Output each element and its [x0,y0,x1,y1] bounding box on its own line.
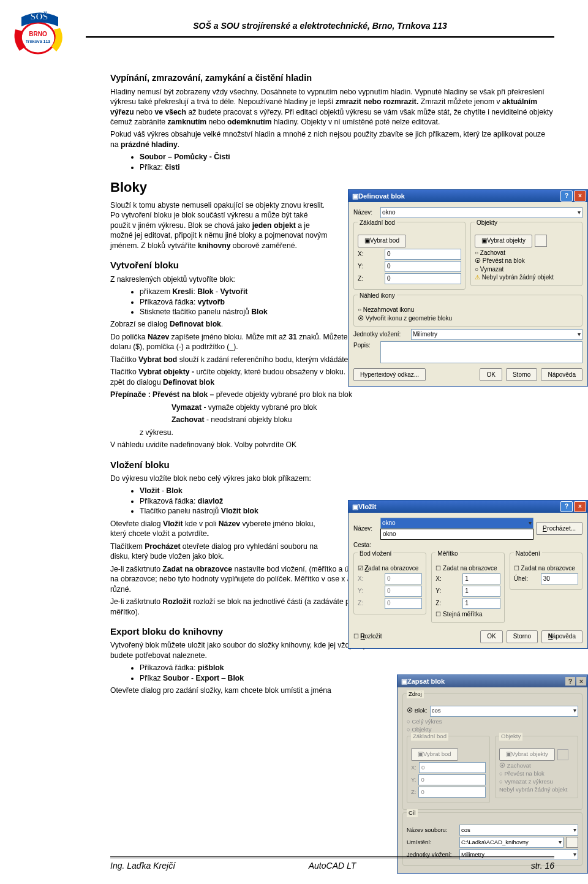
list-item: Příkaz Soubor - Export – Blok [140,673,380,683]
x-input[interactable]: 0 [385,249,461,260]
label: Cesta: [353,541,371,550]
dialog-title: Definovat blok [358,192,405,201]
bullet-list: Soubor – Pomůcky - Čisti Příkaz: čisti [110,152,554,172]
list-item: Tlačítko panelu nástrojů Vložit blok [140,506,328,516]
header-school-title: SOŠ a SOU strojírenské a elektrotechnick… [86,20,554,34]
ok-button[interactable]: OK [480,630,502,643]
footer-author: Ing. Laďka Krejčí [110,860,258,872]
warning-text: Nebyl vybrán žádný objekt [475,273,578,282]
paragraph: Pokud váš výkres obsahuje velké množství… [110,129,554,149]
y-input[interactable]: 0 [385,261,461,272]
paragraph: Otevřete dialog pro zadání složky, kam c… [110,686,380,695]
close-icon[interactable]: × [576,677,586,686]
dialog-titlebar: ▣ Zapsat blok ? × [398,675,587,687]
label: Popis: [353,341,378,350]
angle-input[interactable]: 30 [541,573,578,584]
dialog-icon: ▣ [352,502,358,512]
bullet-list: příkazem Kresli: Blok - Vytvořit Příkazo… [110,287,328,317]
check-explode[interactable]: RRozložit [353,632,382,641]
svg-text:BRNO: BRNO [29,31,47,37]
paragraph: Tlačítkem Procházet otevřete dialog pro … [110,542,328,562]
filename-select[interactable]: cos [459,825,578,836]
radio-keep[interactable]: Zachovat [475,249,578,257]
paragraph: Z nakreslených objektů vytvoříte blok: [110,274,328,284]
block-select[interactable]: cos [430,706,578,717]
list-item: Stisknete tlačítko panelu nástrojů Blok [140,307,328,317]
section-title-vytvoreni: Vytvoření bloku [110,259,328,271]
pick-point-button: ▣ Vybrat bod [411,748,458,761]
help-button[interactable]: Nápověda [541,368,582,381]
check-onscreen-1[interactable]: ZZadat na obrazovce [358,564,422,573]
radio-delete[interactable]: Vymazat [475,265,578,274]
paragraph: Přepínače : Převést na blok – převede ob… [110,390,554,399]
page-footer: Ing. Laďka Krejčí AutoCAD LT str. 16 [110,856,554,872]
dialog-icon: ▣ [352,192,358,201]
scale-y-input[interactable]: 1 [462,586,500,597]
paragraph: z výkresu. [110,428,554,437]
dialog-icon: ▣ [401,677,407,686]
section-title-export: Export bloku do knihovny [110,625,380,638]
pick-point-button[interactable]: ▣ Vybrat bod [358,235,406,247]
check-onscreen-2[interactable]: Zadat na obrazovce [435,564,500,573]
radio-whole[interactable]: Celý výkres [407,718,578,726]
paragraph: Otevřete dialog Vložit kde v poli Název … [110,519,328,539]
paragraph: Slouží k tomu abyste nemuseli opakující … [110,200,328,251]
cancel-button[interactable]: Storno [507,630,538,643]
radio-create-icon[interactable]: Vytvořit ikonu z geometrie bloku [358,314,578,323]
fieldset-title: Základní bod [358,219,397,227]
dialog-title: Zapsat blok [407,677,445,686]
paragraph: Hladiny nemusí být zobrazeny vždy všechn… [110,87,554,127]
label: Jednotky vložení: [353,330,409,339]
close-icon[interactable]: × [574,501,586,512]
figure-vlozit: ▣ Vložit ? × Název: okno okno PProcházet… [348,500,588,649]
name-select[interactable]: okno [380,207,582,218]
paragraph: V náhledu uvidíte nadefinovaný blok. Vol… [110,440,328,450]
hyperlink-button[interactable]: Hypertextový odkaz... [353,368,426,381]
school-logo: BRNO Trnkova 113 SOŠ [6,11,74,59]
cancel-button[interactable]: Storno [506,368,537,381]
radio-blok[interactable]: Blok: [407,707,428,715]
section-title-bloky: Bloky [110,178,328,197]
figure-definovat-blok: ▣ Definovat blok ? × Název: okno Základn… [348,189,588,387]
svg-text:SOŠ: SOŠ [31,12,48,21]
section-title-hladiny: Vypínání, zmrazování, zamykání a čistění… [110,72,554,85]
quick-select-icon [557,749,568,760]
list-item: Vložit - Blok [140,486,328,496]
help-icon[interactable]: ? [565,677,575,686]
z-input[interactable]: 0 [385,273,461,284]
list-item: Příkazová řádka: vytvořb [140,297,328,307]
radio-no-icon[interactable]: Nezahrnovat ikonu [358,306,578,314]
dialog-title: Vložit [358,502,376,512]
scale-x-input[interactable]: 1 [462,573,500,584]
units-select[interactable]: Milimetry [411,329,582,340]
browse-folder-icon[interactable] [566,837,578,848]
radio-convert[interactable]: Převést na blok [475,257,578,265]
dialog-titlebar: ▣ Vložit ? × [349,501,587,513]
page-header: BRNO Trnkova 113 SOŠ SOŠ a SOU strojíren… [6,0,554,59]
paragraph: Vymazat - vymaže objekty vybrané pro blo… [110,402,554,412]
browse-button[interactable]: PProcházet... [536,522,582,535]
close-icon[interactable]: × [574,191,586,202]
help-button[interactable]: NNápověda [541,630,582,643]
list-item: Příkaz: čisti [140,162,554,172]
quick-select-icon[interactable] [535,235,547,247]
name-select-open[interactable]: okno okno [380,518,533,540]
svg-point-0 [21,23,55,53]
ok-button[interactable]: OK [480,368,502,381]
svg-text:Trnkova 113: Trnkova 113 [26,39,51,43]
list-item: Příkazová řádka: pišblok [140,663,380,673]
select-objects-button[interactable]: ▣ Vybrat objekty [475,235,532,247]
check-uniform[interactable]: Stejná měřítka [435,610,500,619]
location-select[interactable]: C:\Ladka\ACAD_knihovny [459,837,564,848]
paragraph: Do výkresu vložíte blok nebo celý výkres… [110,474,328,483]
description-textarea[interactable] [380,341,582,363]
fieldset-title: Objekty [475,219,499,227]
help-icon[interactable]: ? [560,501,573,512]
list-item: příkazem Kresli: Blok - Vytvořit [140,287,328,297]
scale-z-input[interactable]: 1 [462,598,500,609]
figure-zapsat-blok: ▣ Zapsat blok ? × Zdroj Blok:cos Celý vý… [397,674,588,874]
help-icon[interactable]: ? [560,191,573,202]
list-item: Příkazová řádka: diavlož [140,496,328,506]
header-rule [86,36,554,38]
check-onscreen-3[interactable]: Zadat na obrazovce [514,564,578,573]
